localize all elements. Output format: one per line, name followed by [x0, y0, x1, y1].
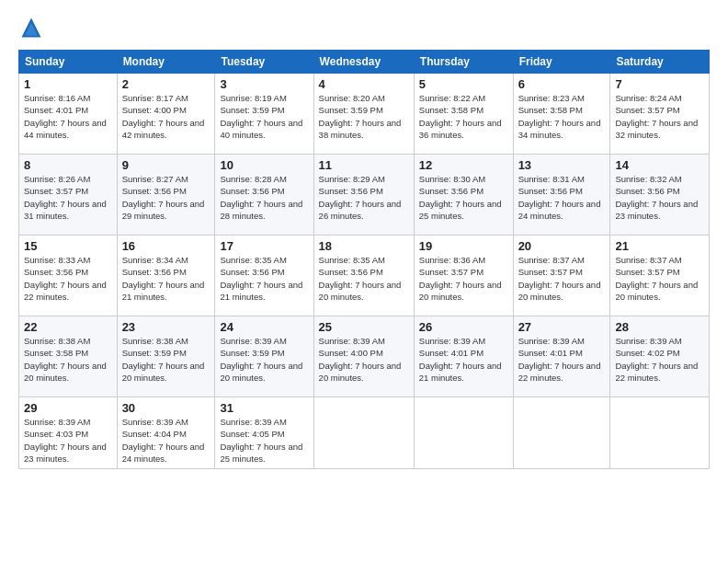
- day-info: Sunrise: 8:32 AMSunset: 3:56 PMDaylight:…: [615, 173, 704, 222]
- day-number: 3: [220, 77, 308, 91]
- day-number: 25: [319, 320, 409, 334]
- weekday-header-saturday: Saturday: [610, 51, 710, 74]
- day-number: 8: [24, 158, 112, 172]
- calendar-cell: [414, 397, 513, 469]
- calendar-week-5: 29Sunrise: 8:39 AMSunset: 4:03 PMDayligh…: [19, 397, 710, 469]
- day-number: 17: [220, 239, 308, 253]
- calendar-week-4: 22Sunrise: 8:38 AMSunset: 3:58 PMDayligh…: [19, 316, 710, 397]
- calendar-cell: 26Sunrise: 8:39 AMSunset: 4:01 PMDayligh…: [414, 316, 513, 397]
- day-number: 7: [615, 77, 704, 91]
- day-info: Sunrise: 8:23 AMSunset: 3:58 PMDaylight:…: [518, 92, 606, 141]
- day-info: Sunrise: 8:38 AMSunset: 3:59 PMDaylight:…: [122, 335, 210, 384]
- calendar-cell: 7Sunrise: 8:24 AMSunset: 3:57 PMDaylight…: [610, 74, 710, 155]
- calendar-cell: 19Sunrise: 8:36 AMSunset: 3:57 PMDayligh…: [414, 236, 513, 316]
- calendar-cell: 18Sunrise: 8:35 AMSunset: 3:56 PMDayligh…: [313, 236, 414, 316]
- day-number: 24: [220, 320, 308, 334]
- day-info: Sunrise: 8:17 AMSunset: 4:00 PMDaylight:…: [122, 92, 210, 141]
- day-number: 28: [615, 320, 704, 334]
- day-info: Sunrise: 8:39 AMSunset: 4:00 PMDaylight:…: [319, 335, 409, 384]
- day-number: 2: [122, 77, 210, 91]
- day-info: Sunrise: 8:19 AMSunset: 3:59 PMDaylight:…: [220, 92, 308, 141]
- day-info: Sunrise: 8:22 AMSunset: 3:58 PMDaylight:…: [419, 92, 508, 141]
- day-number: 21: [615, 239, 704, 253]
- day-info: Sunrise: 8:34 AMSunset: 3:56 PMDaylight:…: [122, 254, 210, 303]
- calendar-cell: 5Sunrise: 8:22 AMSunset: 3:58 PMDaylight…: [414, 74, 513, 155]
- calendar-cell: 2Sunrise: 8:17 AMSunset: 4:00 PMDaylight…: [117, 74, 215, 155]
- calendar-cell: 20Sunrise: 8:37 AMSunset: 3:57 PMDayligh…: [513, 236, 610, 316]
- day-info: Sunrise: 8:36 AMSunset: 3:57 PMDaylight:…: [419, 254, 508, 303]
- day-number: 15: [24, 239, 112, 253]
- weekday-header-row: SundayMondayTuesdayWednesdayThursdayFrid…: [19, 51, 710, 74]
- day-info: Sunrise: 8:39 AMSunset: 4:02 PMDaylight:…: [615, 335, 704, 384]
- day-info: Sunrise: 8:39 AMSunset: 4:05 PMDaylight:…: [220, 416, 308, 465]
- day-info: Sunrise: 8:28 AMSunset: 3:56 PMDaylight:…: [220, 173, 308, 222]
- calendar-cell: 25Sunrise: 8:39 AMSunset: 4:00 PMDayligh…: [313, 316, 414, 397]
- calendar-cell: 21Sunrise: 8:37 AMSunset: 3:57 PMDayligh…: [610, 236, 710, 316]
- calendar-cell: 11Sunrise: 8:29 AMSunset: 3:56 PMDayligh…: [313, 155, 414, 236]
- day-info: Sunrise: 8:39 AMSunset: 4:01 PMDaylight:…: [419, 335, 508, 384]
- day-number: 5: [419, 77, 508, 91]
- day-info: Sunrise: 8:37 AMSunset: 3:57 PMDaylight:…: [615, 254, 704, 303]
- day-info: Sunrise: 8:35 AMSunset: 3:56 PMDaylight:…: [319, 254, 409, 303]
- day-info: Sunrise: 8:39 AMSunset: 3:59 PMDaylight:…: [220, 335, 308, 384]
- calendar-week-1: 1Sunrise: 8:16 AMSunset: 4:01 PMDaylight…: [19, 74, 710, 155]
- calendar-cell: [313, 397, 414, 469]
- calendar-cell: 12Sunrise: 8:30 AMSunset: 3:56 PMDayligh…: [414, 155, 513, 236]
- day-info: Sunrise: 8:39 AMSunset: 4:04 PMDaylight:…: [122, 416, 210, 465]
- weekday-header-wednesday: Wednesday: [313, 51, 414, 74]
- calendar-cell: 4Sunrise: 8:20 AMSunset: 3:59 PMDaylight…: [313, 74, 414, 155]
- calendar-cell: 16Sunrise: 8:34 AMSunset: 3:56 PMDayligh…: [117, 236, 215, 316]
- weekday-header-sunday: Sunday: [19, 51, 118, 74]
- day-number: 14: [615, 158, 704, 172]
- day-info: Sunrise: 8:26 AMSunset: 3:57 PMDaylight:…: [24, 173, 112, 222]
- day-number: 31: [220, 401, 308, 415]
- day-number: 11: [319, 158, 409, 172]
- logo-icon: [18, 15, 44, 40]
- day-number: 20: [518, 239, 606, 253]
- day-number: 9: [122, 158, 210, 172]
- weekday-header-friday: Friday: [513, 51, 610, 74]
- weekday-header-monday: Monday: [117, 51, 215, 74]
- day-number: 13: [518, 158, 606, 172]
- calendar-cell: 15Sunrise: 8:33 AMSunset: 3:56 PMDayligh…: [19, 236, 118, 316]
- day-info: Sunrise: 8:37 AMSunset: 3:57 PMDaylight:…: [518, 254, 606, 303]
- calendar-week-3: 15Sunrise: 8:33 AMSunset: 3:56 PMDayligh…: [19, 236, 710, 316]
- day-info: Sunrise: 8:20 AMSunset: 3:59 PMDaylight:…: [319, 92, 409, 141]
- day-info: Sunrise: 8:16 AMSunset: 4:01 PMDaylight:…: [24, 92, 112, 141]
- calendar-cell: 9Sunrise: 8:27 AMSunset: 3:56 PMDaylight…: [117, 155, 215, 236]
- calendar-cell: 30Sunrise: 8:39 AMSunset: 4:04 PMDayligh…: [117, 397, 215, 469]
- calendar-cell: 14Sunrise: 8:32 AMSunset: 3:56 PMDayligh…: [610, 155, 710, 236]
- calendar-cell: 24Sunrise: 8:39 AMSunset: 3:59 PMDayligh…: [215, 316, 313, 397]
- day-number: 1: [24, 77, 112, 91]
- day-info: Sunrise: 8:39 AMSunset: 4:03 PMDaylight:…: [24, 416, 112, 465]
- day-info: Sunrise: 8:27 AMSunset: 3:56 PMDaylight:…: [122, 173, 210, 222]
- day-number: 30: [122, 401, 210, 415]
- calendar-cell: 22Sunrise: 8:38 AMSunset: 3:58 PMDayligh…: [19, 316, 118, 397]
- calendar-cell: [610, 397, 710, 469]
- day-info: Sunrise: 8:35 AMSunset: 3:56 PMDaylight:…: [220, 254, 308, 303]
- day-number: 4: [319, 77, 409, 91]
- day-number: 27: [518, 320, 606, 334]
- day-number: 19: [419, 239, 508, 253]
- day-number: 26: [419, 320, 508, 334]
- calendar-cell: 10Sunrise: 8:28 AMSunset: 3:56 PMDayligh…: [215, 155, 313, 236]
- calendar-cell: 3Sunrise: 8:19 AMSunset: 3:59 PMDaylight…: [215, 74, 313, 155]
- calendar-week-2: 8Sunrise: 8:26 AMSunset: 3:57 PMDaylight…: [19, 155, 710, 236]
- day-info: Sunrise: 8:29 AMSunset: 3:56 PMDaylight:…: [319, 173, 409, 222]
- day-info: Sunrise: 8:31 AMSunset: 3:56 PMDaylight:…: [518, 173, 606, 222]
- calendar-cell: 28Sunrise: 8:39 AMSunset: 4:02 PMDayligh…: [610, 316, 710, 397]
- calendar-table: SundayMondayTuesdayWednesdayThursdayFrid…: [18, 50, 710, 469]
- calendar-cell: 1Sunrise: 8:16 AMSunset: 4:01 PMDaylight…: [19, 74, 118, 155]
- day-number: 6: [518, 77, 606, 91]
- day-info: Sunrise: 8:30 AMSunset: 3:56 PMDaylight:…: [419, 173, 508, 222]
- header: [18, 15, 710, 40]
- weekday-header-thursday: Thursday: [414, 51, 513, 74]
- day-info: Sunrise: 8:24 AMSunset: 3:57 PMDaylight:…: [615, 92, 704, 141]
- day-info: Sunrise: 8:38 AMSunset: 3:58 PMDaylight:…: [24, 335, 112, 384]
- day-info: Sunrise: 8:39 AMSunset: 4:01 PMDaylight:…: [518, 335, 606, 384]
- day-number: 18: [319, 239, 409, 253]
- calendar-cell: 13Sunrise: 8:31 AMSunset: 3:56 PMDayligh…: [513, 155, 610, 236]
- logo: [18, 15, 48, 40]
- calendar-cell: 8Sunrise: 8:26 AMSunset: 3:57 PMDaylight…: [19, 155, 118, 236]
- page: SundayMondayTuesdayWednesdayThursdayFrid…: [0, 0, 728, 563]
